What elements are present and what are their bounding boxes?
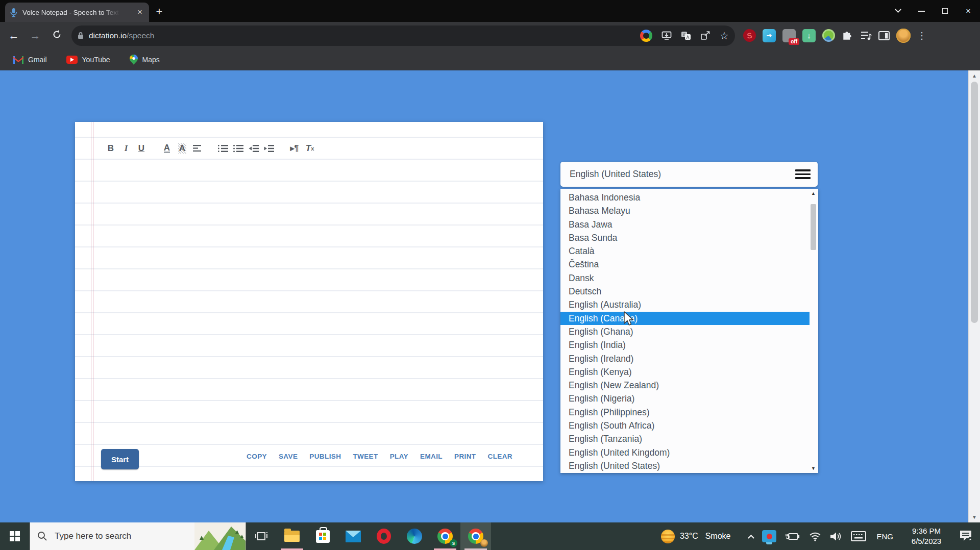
language-selector[interactable]: English (United States) [560,162,818,187]
reload-icon[interactable] [49,28,64,43]
forward-icon[interactable]: → [28,28,43,43]
language-option[interactable]: Bahasa Melayu [560,204,810,217]
wifi-icon[interactable] [809,532,821,541]
minimize-button[interactable] [910,0,933,22]
language-option[interactable]: English (Tanzania) [560,432,810,445]
hidden-icons-chevron[interactable] [748,534,755,541]
language-option[interactable]: English (India) [560,338,810,352]
editor-action-link[interactable]: EMAIL [420,453,443,460]
bookmark-gmail[interactable]: Gmail [13,56,47,64]
language-option[interactable]: Català [560,244,810,258]
page-scroll-down-icon[interactable]: ▼ [969,514,980,520]
recorder-tray-icon[interactable] [762,530,776,542]
language-option[interactable]: English (Ghana) [560,325,810,338]
clock[interactable]: 9:36 PM 6/5/2023 [904,526,948,546]
restore-button[interactable] [933,0,957,22]
editor-action-link[interactable]: SAVE [279,453,298,460]
extension-download-manager-icon[interactable]: ➔ [763,29,776,42]
scroll-up-icon[interactable]: ▲ [810,191,817,196]
side-panel-icon[interactable] [878,31,890,40]
profile-avatar[interactable] [896,29,911,43]
page-scroll-thumb[interactable] [971,82,978,323]
font-color-button[interactable]: A [159,141,175,156]
edge-button[interactable] [399,522,430,550]
language-option[interactable]: Dansk [560,271,810,285]
clear-format-button[interactable]: Tx [302,141,317,156]
language-option[interactable]: English (Australia) [560,298,810,311]
align-button[interactable] [190,141,205,156]
editor-action-link[interactable]: COPY [247,453,267,460]
italic-button[interactable]: I [118,141,134,156]
underline-button[interactable]: U [134,141,149,156]
battery-icon[interactable] [785,531,800,541]
language-option[interactable]: English (South Africa) [560,419,810,432]
volume-icon[interactable] [830,532,842,541]
browser-menu-icon[interactable]: ⋮ [917,32,926,40]
language-option[interactable]: Čeština [560,258,810,271]
extensions-puzzle-icon[interactable] [842,30,854,42]
touch-keyboard-icon[interactable] [851,531,866,541]
file-explorer-button[interactable] [277,522,307,550]
editor-action-link[interactable]: CLEAR [488,453,513,460]
new-tab-button[interactable]: + [152,5,166,19]
close-window-button[interactable]: × [957,0,980,22]
editor-action-link[interactable]: PUBLISH [309,453,341,460]
bookmark-maps[interactable]: Maps [130,55,160,65]
language-option[interactable]: English (New Zealand) [560,379,810,392]
indent-button[interactable] [261,141,277,156]
language-option[interactable]: Basa Sunda [560,231,810,244]
playlist-icon[interactable] [861,31,872,41]
extension-blocker-icon[interactable]: S [742,28,756,42]
tab-search-chevron-icon[interactable] [886,0,910,22]
back-icon[interactable]: ← [6,28,21,43]
bookmark-star-icon[interactable]: ☆ [720,31,729,41]
microsoft-store-button[interactable] [307,522,338,550]
mail-button[interactable] [338,522,369,550]
menu-hamburger-icon[interactable] [795,169,811,179]
share-icon[interactable] [700,31,710,40]
ordered-list-button[interactable] [215,141,231,156]
search-input[interactable] [54,531,181,542]
language-option[interactable]: English (Canada) [560,312,810,325]
input-language[interactable]: ENG [876,532,893,541]
language-option[interactable]: English (Ireland) [560,352,810,365]
dropdown-scrollbar[interactable]: ▲ ▼ [810,190,817,472]
address-bar[interactable]: dictation.io/speech [71,26,735,46]
language-option[interactable]: English (Nigeria) [560,392,810,405]
outdent-button[interactable] [246,141,261,156]
translate-icon[interactable] [681,31,691,40]
language-option[interactable]: English (Kenya) [560,365,810,379]
action-center-icon[interactable] [959,530,973,543]
language-option[interactable]: Bahasa Indonesia [560,191,810,204]
scroll-thumb[interactable] [811,204,816,250]
install-icon[interactable] [662,31,672,40]
page-scrollbar[interactable]: ▲ ▼ [968,70,980,522]
page-scroll-up-icon[interactable]: ▲ [969,73,980,79]
highlight-button[interactable]: A [175,141,190,156]
editor-action-link[interactable]: PLAY [390,453,408,460]
extension-downloader-icon[interactable]: ↓ [802,29,816,42]
weather-icon[interactable] [661,530,675,543]
opera-button[interactable] [369,522,399,550]
editor-action-link[interactable]: TWEET [353,453,378,460]
language-option[interactable]: Deutsch [560,285,810,298]
taskbar-search[interactable] [30,522,246,550]
weather-text[interactable]: 33°C Smoke [680,532,731,541]
notepad-editor[interactable] [95,160,538,425]
start-button[interactable] [0,522,30,550]
extension-off-icon[interactable]: off [782,29,796,42]
extension-idm-icon[interactable] [822,29,835,42]
bookmark-youtube[interactable]: YouTube [66,56,110,64]
tab-close-icon[interactable]: × [135,7,145,17]
search-highlight-art[interactable] [194,522,246,550]
language-option[interactable]: Basa Jawa [560,218,810,231]
google-logo-icon[interactable] [640,30,652,42]
paragraph-direction-button[interactable]: ▸¶ [287,141,302,156]
bullet-list-button[interactable] [231,141,246,156]
language-option[interactable]: English (United Kingdom) [560,446,810,459]
browser-tab[interactable]: Voice Notepad - Speech to Text w × [5,3,149,22]
scroll-down-icon[interactable]: ▼ [810,466,817,471]
bold-button[interactable]: B [103,141,118,156]
language-option[interactable]: English (United States) [560,459,810,472]
editor-action-link[interactable]: PRINT [454,453,476,460]
